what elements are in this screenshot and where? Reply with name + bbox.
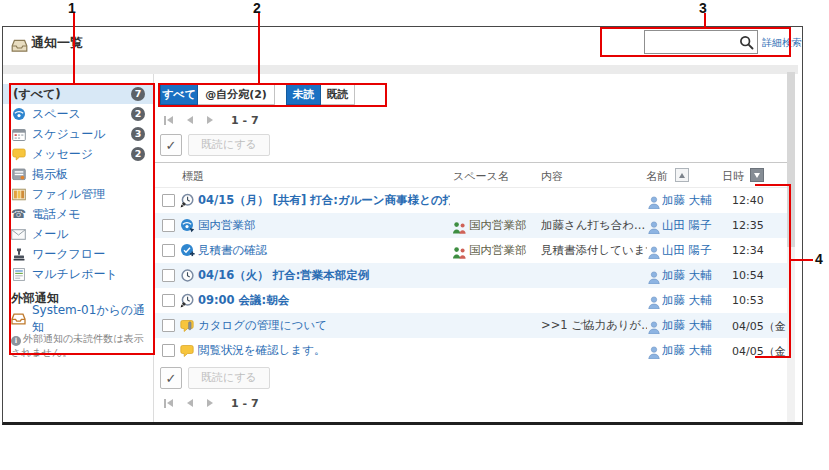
callout-bracket-bottom: [755, 356, 791, 358]
page-range: 1 - 7: [231, 397, 259, 410]
schedule-updated-icon: [180, 193, 195, 208]
row-checkbox[interactable]: [162, 319, 175, 332]
column-header-content: 内容: [541, 169, 563, 184]
notification-datetime: 10:54: [732, 269, 794, 282]
row-checkbox[interactable]: [162, 194, 175, 207]
notification-datetime: 12:35: [732, 219, 794, 232]
space-icon: [180, 218, 195, 233]
callout-line-1: [73, 13, 75, 83]
select-all-checkbox-button[interactable]: ✓: [160, 367, 182, 389]
person-icon: [648, 294, 660, 313]
people-icon: [452, 219, 467, 238]
person-icon: [648, 344, 660, 363]
notification-user-link[interactable]: 加藤 大輔: [662, 193, 730, 208]
notification-row: 見積書の確認 国内営業部 見積書添付しています 山田 陽子 12:34: [154, 238, 789, 263]
notification-user-link[interactable]: 加藤 大輔: [662, 293, 730, 308]
notification-list-screen: 通知一覧 詳細検索 (すべて) 7 スペース 2 スケジュール: [0, 0, 829, 470]
page-range: 1 - 7: [231, 114, 259, 127]
person-icon: [648, 269, 660, 288]
mark-read-button[interactable]: 既読にする: [188, 134, 270, 156]
notification-title-link[interactable]: 閲覧状況を確認します。: [198, 343, 450, 358]
notification-user-link[interactable]: 加藤 大輔: [662, 343, 730, 358]
row-checkbox[interactable]: [162, 294, 175, 307]
pagination-bottom: 1 - 7: [164, 395, 259, 411]
prev-page-icon[interactable]: [187, 399, 193, 407]
space-icon: [180, 243, 195, 258]
next-page-icon[interactable]: [207, 116, 213, 124]
notification-tray-icon: [11, 38, 28, 57]
callout-bracket-top: [755, 184, 791, 186]
space-name: 国内営業部: [469, 243, 539, 258]
notification-row: 04/15（月） [共有] 打合:ガルーン商事様との打ち... 加藤 大輔 12…: [154, 188, 789, 213]
notification-datetime: 10:53: [732, 294, 794, 307]
notification-title-link[interactable]: 09:00 会議:朝会: [198, 293, 450, 308]
select-all-checkbox-button[interactable]: ✓: [160, 134, 182, 156]
sort-name-ascending-button[interactable]: [675, 168, 689, 182]
mark-read-button[interactable]: 既読にする: [188, 367, 270, 389]
table-header-row: 標題 スペース名 内容 名前 日時: [154, 162, 789, 188]
notification-row: 04/16（火） 打合:営業本部定例 加藤 大輔 10:54: [154, 263, 789, 288]
toolbar-bottom: ✓ 既読にする: [160, 367, 270, 389]
notification-content: 見積書添付しています: [541, 243, 647, 258]
notification-title-link[interactable]: 国内営業部: [198, 218, 450, 233]
notification-user-link[interactable]: 山田 陽子: [662, 218, 730, 233]
callout-line-2: [258, 13, 260, 83]
notification-title-link[interactable]: 04/15（月） [共有] 打合:ガルーン商事様との打ち...: [198, 193, 450, 208]
notification-content: 加藤さん打ち合わ...: [541, 218, 647, 233]
page-title: 通知一覧: [31, 34, 83, 52]
toolbar-top: ✓ 既読にする: [160, 134, 270, 156]
column-header-title: 標題: [182, 169, 204, 184]
schedule-updated-icon: [180, 293, 195, 308]
notification-row: 閲覧状況を確認します。 加藤 大輔 04/05（金）: [154, 338, 789, 363]
row-checkbox[interactable]: [162, 244, 175, 257]
callout-line-4: [791, 259, 813, 261]
person-icon: [648, 244, 660, 263]
callout-number-4: 4: [815, 251, 823, 267]
notification-row: 09:00 会議:朝会 加藤 大輔 10:53: [154, 288, 789, 313]
notification-row: 国内営業部 国内営業部 加藤さん打ち合わ... 山田 陽子 12:35: [154, 213, 789, 238]
notification-user-link[interactable]: 加藤 大輔: [662, 318, 730, 333]
notification-datetime: 12:34: [732, 244, 794, 257]
callout-box-tabs: [158, 83, 387, 107]
first-page-icon[interactable]: [164, 399, 173, 408]
prev-page-icon[interactable]: [187, 116, 193, 124]
pagination-top: 1 - 7: [164, 112, 259, 128]
row-checkbox[interactable]: [162, 219, 175, 232]
notification-datetime: 12:40: [732, 194, 794, 207]
row-checkbox[interactable]: [162, 269, 175, 282]
schedule-icon: [180, 268, 195, 283]
column-header-name: 名前: [646, 169, 668, 184]
notification-title-link[interactable]: 見積書の確認: [198, 243, 450, 258]
next-page-icon[interactable]: [207, 399, 213, 407]
row-checkbox[interactable]: [162, 344, 175, 357]
people-icon: [452, 244, 467, 263]
header-divider-band: [3, 65, 798, 74]
notification-datetime: 04/05（金）: [732, 319, 794, 334]
column-header-datetime: 日時: [722, 169, 744, 184]
space-name: 国内営業部: [469, 218, 539, 233]
notification-user-link[interactable]: 山田 陽子: [662, 243, 730, 258]
message-attachment-icon: [180, 318, 195, 333]
person-icon: [648, 319, 660, 338]
callout-box-sidebar: [9, 83, 155, 355]
sort-datetime-descending-button[interactable]: [750, 168, 764, 182]
column-header-space: スペース名: [453, 169, 509, 184]
notification-user-link[interactable]: 加藤 大輔: [662, 268, 730, 283]
callout-box-search: [600, 27, 791, 57]
first-page-icon[interactable]: [164, 116, 173, 125]
callout-bracket-spine: [789, 184, 791, 358]
person-icon: [648, 219, 660, 238]
message-icon: [180, 343, 195, 358]
person-icon: [648, 194, 660, 213]
notification-row: カタログの管理について >>1 ご協力ありが... 加藤 大輔 04/05（金）: [154, 313, 789, 338]
notification-title-link[interactable]: 04/16（火） 打合:営業本部定例: [198, 268, 450, 283]
callout-line-3: [704, 13, 706, 27]
notification-content: >>1 ご協力ありが...: [541, 318, 647, 333]
notification-title-link[interactable]: カタログの管理について: [198, 318, 450, 333]
